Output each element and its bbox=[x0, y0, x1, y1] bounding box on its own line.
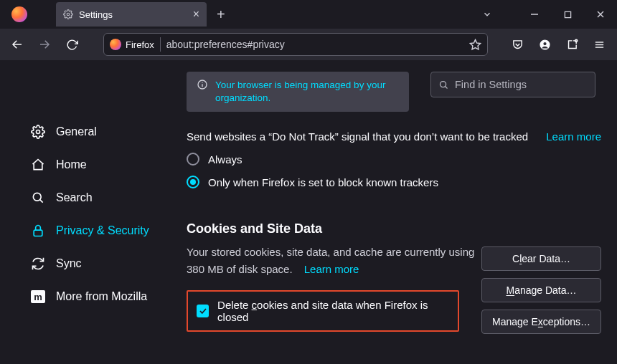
url-bar[interactable]: Firefox about:preferences#privacy bbox=[103, 33, 488, 56]
radio-label: Always bbox=[208, 153, 242, 166]
sidebar-item-label: Sync bbox=[56, 257, 82, 270]
identity-chip[interactable]: Firefox bbox=[110, 37, 161, 52]
banner-message: Your browser is being managed by your or… bbox=[215, 79, 399, 105]
account-icon[interactable] bbox=[532, 33, 557, 56]
settings-sidebar: General Home Search Privacy & Security S… bbox=[0, 60, 187, 364]
window-close-button[interactable] bbox=[584, 0, 617, 29]
sidebar-item-label: General bbox=[56, 125, 97, 138]
checkbox-label: Delete cookies and site data when Firefo… bbox=[217, 299, 449, 323]
sidebar-item-search[interactable]: Search bbox=[27, 183, 181, 212]
dnt-description: Send websites a “Do Not Track” signal th… bbox=[187, 130, 528, 143]
sidebar-item-more-mozilla[interactable]: m More from Mozilla bbox=[27, 282, 181, 311]
identity-label: Firefox bbox=[126, 39, 154, 50]
svg-marker-7 bbox=[470, 39, 480, 49]
find-in-settings-input[interactable] bbox=[455, 79, 588, 90]
gear-icon bbox=[30, 124, 46, 140]
cookies-heading: Cookies and Site Data bbox=[187, 221, 601, 236]
svg-point-15 bbox=[33, 193, 41, 201]
mozilla-icon: m bbox=[30, 289, 46, 305]
manage-data-button[interactable]: Manage Data… bbox=[481, 278, 601, 302]
close-tab-icon[interactable]: × bbox=[193, 9, 199, 20]
svg-point-9 bbox=[543, 42, 546, 44]
svg-line-16 bbox=[40, 200, 43, 203]
sidebar-item-label: More from Mozilla bbox=[56, 290, 147, 303]
window-minimize-button[interactable] bbox=[518, 0, 551, 29]
info-icon bbox=[197, 79, 208, 105]
find-in-settings[interactable] bbox=[430, 72, 595, 97]
checkbox-checked-icon bbox=[197, 305, 209, 317]
browser-tab[interactable]: Settings × bbox=[56, 2, 207, 27]
title-bar: Settings × + bbox=[0, 0, 617, 29]
forward-button[interactable] bbox=[33, 33, 56, 56]
extensions-icon[interactable] bbox=[560, 33, 584, 56]
svg-rect-2 bbox=[565, 11, 570, 17]
nav-toolbar: Firefox about:preferences#privacy bbox=[0, 29, 617, 60]
tab-title: Settings bbox=[79, 9, 187, 20]
settings-content: Your browser is being managed by your or… bbox=[187, 60, 617, 364]
list-all-tabs-icon[interactable] bbox=[482, 9, 518, 19]
gear-icon bbox=[63, 9, 73, 19]
cookies-learn-more-link[interactable]: Learn more bbox=[304, 263, 359, 275]
app-menu-icon[interactable] bbox=[587, 33, 611, 56]
highlighted-option: Delete cookies and site data when Firefo… bbox=[187, 290, 459, 332]
sync-icon bbox=[30, 256, 46, 272]
sidebar-item-general[interactable]: General bbox=[27, 118, 181, 146]
sidebar-item-privacy[interactable]: Privacy & Security bbox=[27, 216, 181, 245]
window-maximize-button[interactable] bbox=[551, 0, 584, 29]
sidebar-item-label: Search bbox=[56, 191, 93, 204]
svg-point-21 bbox=[441, 81, 446, 87]
svg-point-14 bbox=[37, 130, 40, 134]
radio-label: Only when Firefox is set to block known … bbox=[208, 176, 438, 188]
pocket-icon[interactable] bbox=[505, 33, 529, 56]
svg-line-22 bbox=[446, 86, 448, 88]
sidebar-item-home[interactable]: Home bbox=[27, 150, 181, 179]
cookies-description: Your stored cookies, site data, and cach… bbox=[187, 244, 488, 277]
dnt-radio-known-trackers[interactable]: Only when Firefox is set to block known … bbox=[187, 176, 601, 188]
svg-point-20 bbox=[202, 82, 202, 82]
radio-icon bbox=[187, 153, 199, 166]
back-button[interactable] bbox=[6, 33, 29, 56]
search-icon bbox=[30, 190, 46, 206]
sidebar-item-label: Home bbox=[56, 158, 87, 171]
url-text: about:preferences#privacy bbox=[166, 39, 463, 50]
home-icon bbox=[30, 157, 46, 173]
manage-exceptions-button[interactable]: Manage Exceptions… bbox=[481, 310, 601, 334]
sidebar-item-sync[interactable]: Sync bbox=[27, 249, 181, 278]
firefox-logo-icon bbox=[110, 39, 121, 50]
delete-cookies-on-close-checkbox[interactable]: Delete cookies and site data when Firefo… bbox=[197, 299, 449, 323]
search-icon bbox=[438, 80, 449, 90]
clear-data-button[interactable]: Clear Data… bbox=[481, 246, 601, 271]
bookmark-star-icon[interactable] bbox=[469, 39, 481, 51]
managed-by-org-banner[interactable]: Your browser is being managed by your or… bbox=[187, 72, 409, 112]
reload-button[interactable] bbox=[60, 33, 83, 56]
new-tab-button[interactable]: + bbox=[217, 6, 225, 23]
sidebar-item-label: Privacy & Security bbox=[56, 224, 149, 237]
dnt-radio-always[interactable]: Always bbox=[187, 153, 601, 166]
svg-point-0 bbox=[67, 13, 70, 16]
radio-icon bbox=[187, 176, 199, 188]
lock-icon bbox=[30, 223, 46, 239]
svg-rect-17 bbox=[34, 230, 42, 236]
dnt-learn-more-link[interactable]: Learn more bbox=[546, 130, 601, 143]
firefox-app-icon bbox=[7, 6, 32, 22]
